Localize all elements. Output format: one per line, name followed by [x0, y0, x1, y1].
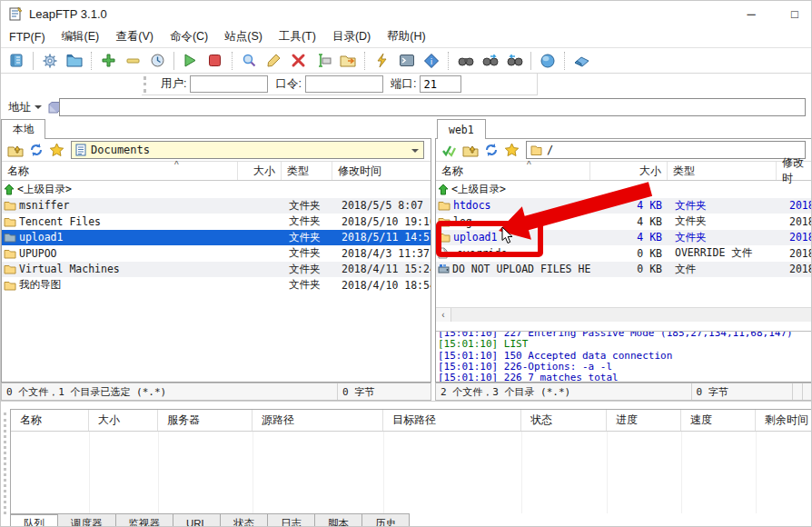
refresh-icon[interactable] — [25, 140, 46, 160]
folder-up-icon[interactable] — [460, 140, 480, 160]
menu-command[interactable]: 命令(C) — [162, 26, 216, 47]
toolbar-separator — [448, 52, 449, 70]
tab-remote-site[interactable]: web1 — [437, 119, 486, 139]
find-prev-icon[interactable] — [502, 50, 527, 72]
menu-ftp[interactable]: FTP(F) — [1, 28, 54, 46]
queue-column-progress[interactable]: 进度 — [607, 410, 681, 431]
tab-url[interactable]: URL — [173, 513, 221, 527]
favorites-star-icon[interactable] — [501, 140, 522, 160]
tab-script[interactable]: 脚本 — [315, 513, 362, 527]
tab-status[interactable]: 状态 — [221, 513, 268, 527]
drive-icon — [438, 264, 450, 274]
local-path-combo[interactable]: Documents — [71, 141, 424, 159]
queue-column-target[interactable]: 目标路径 — [383, 410, 521, 431]
add-icon[interactable] — [96, 50, 121, 72]
menu-edit[interactable]: 编辑(E) — [54, 26, 108, 47]
up-arrow-icon — [4, 184, 15, 195]
user-input[interactable] — [190, 75, 268, 93]
table-row[interactable]: Tencent Files 文件夹2018/5/10 19:10 — [2, 214, 431, 230]
folder-up-icon[interactable] — [5, 140, 25, 160]
edit-pencil-icon[interactable] — [262, 50, 286, 72]
remote-path-combo[interactable]: / — [526, 141, 806, 159]
parent-dir-row[interactable]: <上级目录> — [2, 182, 431, 198]
folder-icon — [4, 280, 16, 291]
refresh-icon[interactable] — [480, 140, 501, 160]
up-arrow-icon — [438, 184, 449, 195]
horizontal-scrollbar[interactable]: ‹ — [436, 307, 812, 322]
scroll-left-icon[interactable]: ‹ — [436, 308, 451, 322]
red-arrow-annotation — [473, 176, 668, 263]
ftp-log[interactable]: [15:01:10] 227 Entering Passive Mode (18… — [436, 331, 812, 382]
port-input[interactable] — [420, 75, 461, 93]
drag-grip[interactable] — [144, 76, 148, 93]
queue-column-size[interactable]: 大小 — [89, 410, 158, 431]
menu-site[interactable]: 站点(S) — [216, 26, 271, 47]
tab-local[interactable]: 本地 — [1, 119, 45, 139]
column-type[interactable]: 类型 — [668, 162, 777, 180]
tab-queue[interactable]: 队列 — [10, 513, 58, 527]
site-manager-icon[interactable] — [5, 50, 29, 72]
table-row[interactable]: msniffer 文件夹2018/5/5 8:07 — [2, 198, 431, 214]
main-toolbar: i — [1, 48, 812, 74]
schedule-clock-icon[interactable] — [145, 50, 170, 72]
tab-monitor[interactable]: 监视器 — [116, 513, 174, 527]
stop-transfer-icon[interactable] — [203, 50, 227, 72]
address-input[interactable] — [59, 98, 806, 116]
minimize-button[interactable]: ─ — [731, 1, 771, 26]
folder-options-icon[interactable] — [62, 50, 86, 72]
chevron-down-icon — [411, 149, 419, 153]
console-icon[interactable] — [394, 50, 419, 72]
quick-connect-icon[interactable] — [370, 50, 394, 72]
column-date[interactable]: 修改时间 — [332, 162, 431, 180]
folder-icon — [530, 144, 542, 155]
queue-column-name[interactable]: 名称 — [11, 410, 89, 431]
address-dropdown[interactable]: 地址 — [8, 100, 42, 115]
queue-column-source[interactable]: 源路径 — [253, 410, 383, 431]
delete-icon[interactable] — [286, 50, 311, 72]
menu-help[interactable]: 帮助(H) — [379, 26, 433, 47]
rename-icon[interactable] — [311, 50, 335, 72]
globe-icon[interactable] — [535, 50, 559, 72]
sync-browse-icon[interactable] — [439, 140, 460, 160]
table-row[interactable]: Virtual Machines 文件夹2018/4/11 15:24 — [2, 262, 431, 278]
menu-dir[interactable]: 目录(D) — [324, 26, 379, 47]
queue-column-status[interactable]: 状态 — [521, 410, 607, 431]
remove-icon[interactable] — [121, 50, 145, 72]
tab-log[interactable]: 日志 — [268, 513, 315, 527]
queue-column-speed[interactable]: 速度 — [681, 410, 756, 431]
tab-scheduler[interactable]: 调度器 — [58, 513, 116, 527]
column-name[interactable]: 名称 — [2, 162, 238, 180]
queue-column-remaining[interactable]: 剩余时间 — [756, 410, 812, 431]
move-folder-icon[interactable] — [335, 50, 360, 72]
column-type[interactable]: 类型 — [282, 162, 332, 180]
start-transfer-icon[interactable] — [178, 50, 203, 72]
sort-asc-icon: ^ — [174, 160, 179, 170]
folder-icon — [438, 200, 451, 211]
search-icon[interactable] — [237, 50, 262, 72]
favorites-star-icon[interactable] — [46, 140, 67, 160]
menu-view[interactable]: 查看(V) — [107, 26, 162, 47]
table-row[interactable]: DO NOT UPLOAD FILES HERE 0 KB文件2018/5 — [436, 262, 812, 278]
find-icon[interactable] — [453, 50, 478, 72]
table-row-selected[interactable]: upload1 文件夹2018/5/11 14:57 — [2, 230, 431, 246]
maximize-button[interactable]: □ — [775, 1, 812, 26]
queue-tabs: 队列 调度器 监视器 URL 状态 日志 脚本 历史 — [10, 513, 410, 527]
drag-grip[interactable] — [4, 413, 6, 514]
menu-tools[interactable]: 工具(T) — [271, 26, 324, 47]
column-date[interactable]: 修改时 — [777, 162, 812, 180]
toolbar-separator — [564, 52, 565, 70]
table-row[interactable]: UPUPOO 文件夹2018/4/3 11:37 — [2, 245, 431, 262]
sort-asc-icon: ^ — [527, 160, 531, 170]
tab-history[interactable]: 历史 — [362, 513, 410, 527]
table-row[interactable]: 我的导图 文件夹2018/4/10 18:54 — [2, 277, 431, 293]
column-size[interactable]: 大小 — [238, 162, 282, 180]
folder-icon — [4, 200, 16, 211]
find-next-icon[interactable] — [478, 50, 502, 72]
password-input[interactable] — [305, 75, 383, 93]
queue-column-server[interactable]: 服务器 — [158, 410, 253, 431]
info-icon[interactable]: i — [419, 50, 443, 72]
help-book-icon[interactable] — [569, 50, 594, 72]
queue-list[interactable]: 名称 大小 服务器 源路径 目标路径 状态 进度 速度 剩余时间 — [10, 409, 812, 527]
settings-gear-icon[interactable] — [37, 50, 62, 72]
log-line: [15:01:10] LIST — [438, 339, 810, 350]
